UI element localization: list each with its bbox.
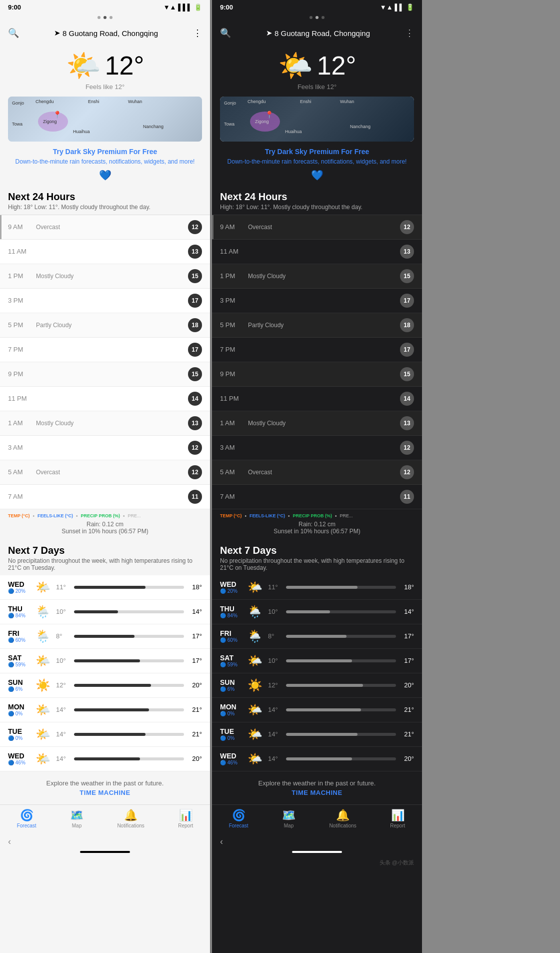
location-icon-light: ➤ <box>54 29 60 38</box>
time-machine-link-light[interactable]: TIME MACHINE <box>8 789 202 796</box>
bar-dark-tue <box>286 733 358 736</box>
nav-map-light[interactable]: 🗺️ Map <box>70 809 84 828</box>
map-area-light[interactable]: Gonjo Chengdu Enshi Wuhan Towa Zigong Hu… <box>8 97 202 142</box>
promo-section-light[interactable]: Try Dark Sky Premium For Free Down-to-th… <box>0 142 210 185</box>
hourly-item-dark-8[interactable]: 1 AM Mostly Cloudy 13 <box>212 411 422 436</box>
hourly-item-dark-9[interactable]: 3 AM 12 <box>212 436 422 460</box>
hourly-item-5[interactable]: 7 PM 17 <box>0 338 210 362</box>
map-city-zigong-dark: Zigong <box>255 119 269 124</box>
weekly-item-thu[interactable]: THU 🔵 84% 🌦️ 10° 14° <box>0 600 210 624</box>
nav-report-dark[interactable]: 📊 Report <box>390 809 405 828</box>
current-indicator-dark <box>212 215 214 239</box>
back-arrow-light[interactable]: ‹ <box>0 834 210 849</box>
dot-dark-2 <box>316 16 318 19</box>
promo-section-dark[interactable]: Try Dark Sky Premium For Free Down-to-th… <box>212 142 422 185</box>
next24-title-light: Next 24 Hours <box>0 185 210 204</box>
feels-like-light: Feels like 12° <box>86 83 124 91</box>
weather-icon-dark: 🌤️ <box>278 49 313 82</box>
hourly-item-0[interactable]: 9 AM Overcast 12 <box>0 215 210 240</box>
hourly-item-6[interactable]: 9 PM 15 <box>0 362 210 387</box>
more-icon-dark[interactable]: ⋮ <box>405 28 414 39</box>
hourly-item-3[interactable]: 3 PM 17 <box>0 289 210 313</box>
weekly-item-dark-fri[interactable]: FRI 🔵 60% 🌦️ 8° 17° <box>212 624 422 649</box>
weekly-item-dark-wed1[interactable]: WED 🔵 20% 🌤️ 11° 18° <box>212 575 422 600</box>
nav-report-light[interactable]: 📊 Report <box>178 809 193 828</box>
next7-title-light: Next 7 Days <box>0 539 210 557</box>
hourly-item-2[interactable]: 1 PM Mostly Cloudy 15 <box>0 264 210 289</box>
hourly-item-dark-1[interactable]: 11 AM 13 <box>212 240 422 264</box>
nav-forecast-light[interactable]: 🌀 Forecast <box>17 809 36 828</box>
hourly-item-7[interactable]: 11 PM 14 <box>0 387 210 411</box>
weekly-item-dark-sat[interactable]: SAT 🔵 59% 🌤️ 10° 17° <box>212 649 422 673</box>
bar-dark-sun <box>286 684 363 687</box>
weekly-item-sun[interactable]: SUN 🔵 6% ☀️ 12° 20° <box>0 673 210 698</box>
weekly-item-dark-wed2[interactable]: WED 🔵 46% 🌤️ 14° 20° <box>212 747 422 771</box>
map-pin-dark: 📍 <box>265 111 274 119</box>
weekly-item-dark-tue[interactable]: TUE 🔵 0% 🌤️ 14° 21° <box>212 722 422 747</box>
dot-dark-3 <box>322 16 324 19</box>
nav-notifications-light[interactable]: 🔔 Notifications <box>117 809 144 828</box>
promo-title-dark[interactable]: Try Dark Sky Premium For Free <box>222 148 412 156</box>
hourly-item-dark-0[interactable]: 9 AM Overcast 12 <box>212 215 422 240</box>
wifi-icon: ▼▲ <box>164 4 176 11</box>
weekly-item-wed1[interactable]: WED 🔵 20% 🌤️ 11° 18° <box>0 575 210 600</box>
map-city-chengdu-dark: Chengdu <box>248 99 266 104</box>
weekly-item-wed2[interactable]: WED 🔵 46% 🌤️ 14° 20° <box>0 747 210 771</box>
temperature-dark: 12° <box>317 51 356 81</box>
hourly-item-8[interactable]: 1 AM Mostly Cloudy 13 <box>0 411 210 436</box>
hourly-item-dark-7[interactable]: 11 PM 14 <box>212 387 422 411</box>
hourly-item-dark-6[interactable]: 9 PM 15 <box>212 362 422 387</box>
weekly-item-sat[interactable]: SAT 🔵 59% 🌤️ 10° 17° <box>0 649 210 673</box>
hourly-item-dark-5[interactable]: 7 PM 17 <box>212 338 422 362</box>
weekly-item-mon[interactable]: MON 🔵 0% 🌤️ 14° 21° <box>0 698 210 722</box>
hourly-item-dark-10[interactable]: 5 AM Overcast 12 <box>212 460 422 485</box>
hourly-item-dark-3[interactable]: 3 PM 17 <box>212 289 422 313</box>
search-icon-light[interactable]: 🔍 <box>8 28 19 39</box>
promo-title-light[interactable]: Try Dark Sky Premium For Free <box>10 148 200 156</box>
map-area-dark[interactable]: Gonjo Chengdu Enshi Wuhan Towa Zigong Hu… <box>220 97 414 142</box>
bottom-indicator-light <box>80 851 130 853</box>
search-icon-dark[interactable]: 🔍 <box>220 28 231 39</box>
dot-2 <box>104 16 106 19</box>
hourly-item-dark-4[interactable]: 5 PM Partly Cloudy 18 <box>212 313 422 338</box>
forecast-icon-light: 🌀 <box>20 809 34 822</box>
report-label-light: Report <box>178 823 193 828</box>
hourly-item-9[interactable]: 3 AM 12 <box>0 436 210 460</box>
nav-forecast-dark[interactable]: 🌀 Forecast <box>229 809 248 828</box>
time-machine-dark: Explore the weather in the past or futur… <box>212 771 422 804</box>
bar-dark-wed1 <box>286 586 358 589</box>
header-location-dark[interactable]: ➤ 8 Guotang Road, Chongqing <box>266 29 370 38</box>
time-machine-text-dark: Explore the weather in the past or futur… <box>220 779 414 787</box>
header-location-light[interactable]: ➤ 8 Guotang Road, Chongqing <box>54 29 158 38</box>
weekly-item-fri[interactable]: FRI 🔵 60% 🌦️ 8° 17° <box>0 624 210 649</box>
time-machine-link-dark[interactable]: TIME MACHINE <box>220 789 414 796</box>
chart-labels-light[interactable]: TEMP (°C) • FEELS-LIKE (°C) • PRECIP PRO… <box>8 513 202 519</box>
hourly-item-1[interactable]: 11 AM 13 <box>0 240 210 264</box>
weekly-item-dark-mon[interactable]: MON 🔵 0% 🌤️ 14° 21° <box>212 698 422 722</box>
hourly-item-dark-11[interactable]: 7 AM 11 <box>212 485 422 509</box>
weekly-item-dark-sun[interactable]: SUN 🔵 6% ☀️ 12° 20° <box>212 673 422 698</box>
weekly-list-dark: WED 🔵 20% 🌤️ 11° 18° THU 🔵 84% 🌦️ 10° <box>212 575 422 771</box>
bar-dark-mon <box>286 708 361 711</box>
nav-map-dark[interactable]: 🗺️ Map <box>282 809 296 828</box>
battery-icon-dark: 🔋 <box>406 4 414 11</box>
nav-notifications-dark[interactable]: 🔔 Notifications <box>329 809 356 828</box>
notifications-label-light: Notifications <box>117 823 144 828</box>
weekly-item-tue[interactable]: TUE 🔵 0% 🌤️ 14° 21° <box>0 722 210 747</box>
notifications-icon-light: 🔔 <box>124 809 138 822</box>
bar-mon <box>74 708 149 711</box>
chart-labels-dark[interactable]: TEMP (°C) • FEELS-LIKE (°C) • PRECIP PRO… <box>220 513 414 519</box>
more-icon-light[interactable]: ⋮ <box>193 28 202 39</box>
hourly-item-4[interactable]: 5 PM Partly Cloudy 18 <box>0 313 210 338</box>
heart-icon-light: 💙 <box>10 169 200 181</box>
hourly-item-dark-2[interactable]: 1 PM Mostly Cloudy 15 <box>212 264 422 289</box>
report-label-dark: Report <box>390 823 405 828</box>
map-city-wuhan: Wuhan <box>128 99 142 104</box>
time-machine-text-light: Explore the weather in the past or futur… <box>8 779 202 787</box>
weekly-item-dark-thu[interactable]: THU 🔵 84% 🌦️ 10° 14° <box>212 600 422 624</box>
hourly-item-11[interactable]: 7 AM 11 <box>0 485 210 509</box>
hourly-item-10[interactable]: 5 AM Overcast 12 <box>0 460 210 485</box>
back-arrow-dark[interactable]: ‹ <box>212 834 422 849</box>
bottom-nav-light: 🌀 Forecast 🗺️ Map 🔔 Notifications 📊 Repo… <box>0 804 210 834</box>
next7-subtitle-dark: No precipitation throughout the week, wi… <box>212 557 422 575</box>
